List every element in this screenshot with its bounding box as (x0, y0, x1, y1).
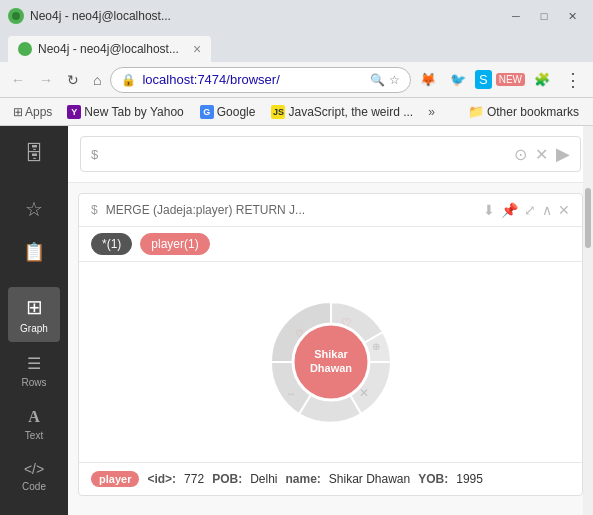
tab-favicon (18, 42, 32, 56)
query-action-buttons: ⊙ ✕ ▶ (514, 143, 570, 165)
bookmark-yahoo[interactable]: Y New Tab by Yahoo (61, 103, 189, 121)
window-controls[interactable]: ─ □ ✕ (503, 6, 585, 26)
bookmark-google-label: Google (217, 105, 256, 119)
apps-grid-icon: ⊞ (13, 105, 23, 119)
tab-player[interactable]: player(1) (140, 233, 209, 255)
browser-content-area: $ ⊙ ✕ ▶ $ MERGE (Jadeja:player) RETURN J… (68, 126, 593, 515)
graph-view-icon: ⊞ (26, 295, 43, 319)
extension-new-badge[interactable]: NEW (496, 73, 525, 86)
tab-bar: Neo4j - neo4j@localhost... × (0, 32, 593, 62)
tab-nodes-label: *(1) (102, 237, 121, 251)
rows-icon: ☰ (27, 354, 41, 373)
svg-text:Dhawan: Dhawan (309, 362, 351, 374)
tab-nodes[interactable]: *(1) (91, 233, 132, 255)
bookmark-js[interactable]: JS JavaScript, the weird ... (265, 103, 419, 121)
neo4j-sidebar: 🗄 ☆ 📋 ⊞ Graph ☰ Rows A Text </> Code 👤 (0, 126, 68, 515)
search-icon[interactable]: 🔍 (370, 73, 385, 87)
vertical-scrollbar[interactable] (583, 126, 593, 515)
other-bookmarks[interactable]: 📁 Other bookmarks (462, 102, 585, 121)
extension-icon-2[interactable]: 🐦 (445, 68, 471, 91)
yob-label: YOB: (418, 472, 448, 486)
download-result-button[interactable]: ⬇ (483, 202, 495, 218)
close-result-button[interactable]: ✕ (558, 202, 570, 218)
sidebar-item-settings[interactable]: 👤 (8, 508, 60, 515)
skype-icon[interactable]: S (475, 70, 492, 89)
query-prompt-symbol: $ (91, 147, 98, 162)
title-bar: Neo4j - neo4j@localhost... ─ □ ✕ (0, 0, 593, 32)
result-query-text: MERGE (Jadeja:player) RETURN J... (106, 203, 475, 217)
bookmark-yahoo-label: New Tab by Yahoo (84, 105, 183, 119)
titlebar-left: Neo4j - neo4j@localhost... (8, 8, 171, 24)
yahoo-favicon: Y (67, 105, 81, 119)
result-tabs: *(1) player(1) (79, 227, 582, 262)
tab-title: Neo4j - neo4j@localhost... (38, 42, 179, 56)
sidebar-item-rows[interactable]: ☰ Rows (8, 346, 60, 396)
bookmarks-bar: ⊞ Apps Y New Tab by Yahoo G Google JS Ja… (0, 98, 593, 126)
result-header: $ MERGE (Jadeja:player) RETURN J... ⬇ 📌 … (79, 194, 582, 227)
main-content: 🗄 ☆ 📋 ⊞ Graph ☰ Rows A Text </> Code 👤 (0, 126, 593, 515)
tab-player-label: player(1) (151, 237, 198, 251)
query-input-field[interactable] (106, 147, 506, 162)
maximize-button[interactable]: □ (531, 6, 557, 26)
pin-result-button[interactable]: 📌 (501, 202, 518, 218)
sidebar-code-label: Code (22, 481, 46, 492)
graph-svg: ♡ ⊕ ✕ ↔ ♡ Shikar Dhawan (231, 272, 431, 452)
query-input-area: $ ⊙ ✕ ▶ (68, 126, 593, 183)
sidebar-item-code[interactable]: </> Code (8, 453, 60, 500)
expand-result-button[interactable]: ⤢ (524, 202, 536, 218)
active-tab[interactable]: Neo4j - neo4j@localhost... × (8, 36, 211, 62)
url-text: localhost:7474/browser/ (142, 72, 364, 87)
app-icon (8, 8, 24, 24)
google-favicon: G (200, 105, 214, 119)
back-button[interactable]: ← (6, 68, 30, 92)
address-bar[interactable]: 🔒 localhost:7474/browser/ 🔍 ☆ (110, 67, 411, 93)
sidebar-item-favorites[interactable]: ☆ (8, 189, 60, 229)
player-badge: player (91, 471, 139, 487)
bookmark-js-label: JavaScript, the weird ... (288, 105, 413, 119)
id-value: 772 (184, 472, 204, 486)
sidebar-rows-label: Rows (21, 377, 46, 388)
code-icon: </> (24, 461, 44, 477)
close-button[interactable]: ✕ (559, 6, 585, 26)
star-icon: ☆ (25, 197, 43, 221)
more-bookmarks-button[interactable]: » (423, 103, 440, 121)
forward-button[interactable]: → (34, 68, 58, 92)
sidebar-item-text[interactable]: A Text (8, 400, 60, 449)
sidebar-item-documents[interactable]: 📋 (8, 233, 60, 271)
svg-text:↔: ↔ (286, 388, 296, 399)
scrollbar-thumb[interactable] (585, 188, 591, 248)
extension-icon-1[interactable]: 🦊 (415, 68, 441, 91)
bookmark-google[interactable]: G Google (194, 103, 262, 121)
other-bookmarks-label: Other bookmarks (487, 105, 579, 119)
svg-text:⊕: ⊕ (372, 341, 380, 352)
sidebar-item-database[interactable]: 🗄 (8, 134, 60, 173)
sidebar-item-graph[interactable]: ⊞ Graph (8, 287, 60, 342)
pob-value: Delhi (250, 472, 277, 486)
reload-button[interactable]: ↻ (62, 68, 84, 92)
name-label: name: (286, 472, 321, 486)
favorite-query-button[interactable]: ⊙ (514, 143, 527, 165)
sidebar-text-label: Text (25, 430, 43, 441)
graph-visualization-area[interactable]: ♡ ⊕ ✕ ↔ ♡ Shikar Dhawan (79, 262, 582, 462)
database-icon: 🗄 (24, 142, 44, 165)
browser-menu-button[interactable]: ⋮ (559, 67, 587, 93)
result-action-buttons: ⬇ 📌 ⤢ ∧ ✕ (483, 202, 570, 218)
home-button[interactable]: ⌂ (88, 68, 106, 92)
result-prompt-symbol: $ (91, 203, 98, 217)
extension-puzzle[interactable]: 🧩 (529, 68, 555, 91)
run-query-button[interactable]: ▶ (556, 143, 570, 165)
address-icons: 🔍 ☆ (370, 73, 400, 87)
minimize-button[interactable]: ─ (503, 6, 529, 26)
bookmark-star-icon[interactable]: ☆ (389, 73, 400, 87)
clear-query-button[interactable]: ✕ (535, 143, 548, 165)
tab-close-button[interactable]: × (193, 41, 201, 57)
result-info-bar: player <id>: 772 POB: Delhi name: Shikar… (79, 462, 582, 495)
apps-label: Apps (25, 105, 52, 119)
name-value: Shikar Dhawan (329, 472, 410, 486)
pob-label: POB: (212, 472, 242, 486)
result-panel: $ MERGE (Jadeja:player) RETURN J... ⬇ 📌 … (78, 193, 583, 496)
document-icon: 📋 (23, 241, 45, 263)
apps-button[interactable]: ⊞ Apps (8, 103, 57, 121)
collapse-result-button[interactable]: ∧ (542, 202, 552, 218)
text-icon: A (28, 408, 40, 426)
